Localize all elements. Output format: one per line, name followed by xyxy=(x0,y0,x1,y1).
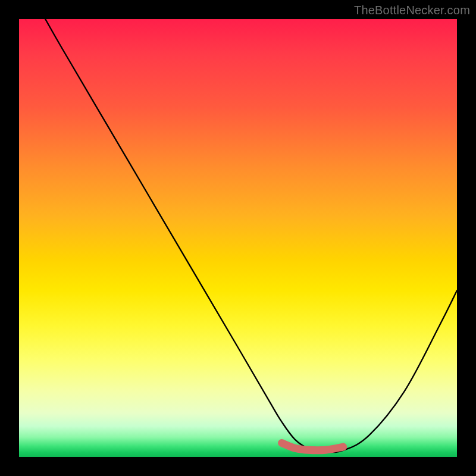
watermark-text: TheBottleNecker.com xyxy=(354,4,470,17)
chart-frame: TheBottleNecker.com xyxy=(0,0,476,476)
plot-area xyxy=(19,19,457,457)
chart-svg xyxy=(19,19,457,457)
highlight-segment xyxy=(282,443,343,450)
curve-line xyxy=(45,19,457,452)
